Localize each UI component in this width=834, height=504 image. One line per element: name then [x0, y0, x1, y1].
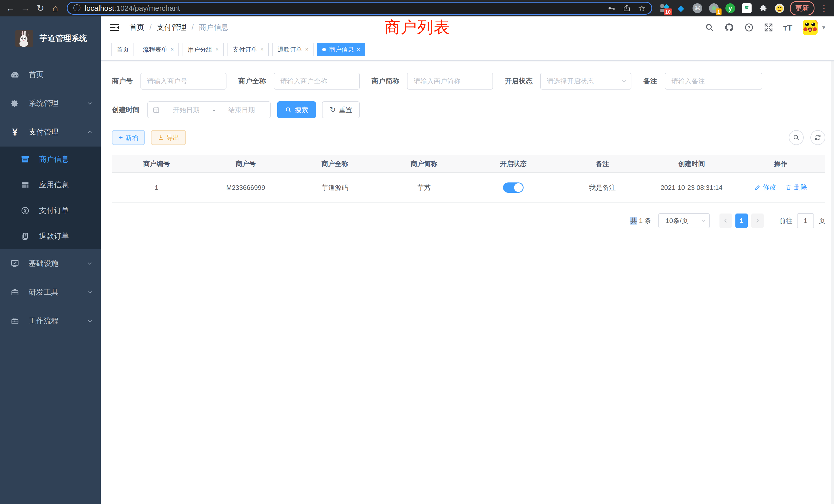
sidebar-item-refund-order[interactable]: 退款订单	[0, 224, 101, 249]
close-icon[interactable]: ×	[357, 46, 360, 53]
breadcrumb: 首页 / 支付管理 / 商户信息	[129, 22, 228, 32]
merchant-no-input[interactable]	[140, 73, 226, 90]
date-start-placeholder: 开始日期	[162, 106, 210, 114]
short-name-input[interactable]	[407, 73, 493, 90]
cell-merchant-no: M233666999	[201, 173, 290, 203]
browser-home-icon[interactable]: ⌂	[48, 1, 62, 15]
close-icon[interactable]: ×	[215, 46, 219, 53]
full-name-input[interactable]	[274, 73, 360, 90]
chevron-down-icon	[87, 100, 93, 107]
header-search-icon[interactable]	[705, 23, 714, 32]
sidebar-item-system[interactable]: 系统管理	[0, 89, 101, 118]
goto-page-input[interactable]	[797, 213, 814, 228]
breadcrumb-separator: /	[150, 23, 152, 32]
tab-refund-order[interactable]: 退款订单×	[272, 43, 314, 56]
download-icon	[158, 135, 164, 141]
refresh-table-button[interactable]	[810, 130, 825, 145]
status-toggle[interactable]	[503, 182, 524, 193]
tab-merchant-info[interactable]: 商户信息×	[317, 43, 365, 56]
close-icon[interactable]: ×	[305, 46, 309, 53]
site-info-icon[interactable]: ⓘ	[73, 3, 81, 13]
sidebar-item-infra[interactable]: 基础设施	[0, 249, 101, 278]
table-header-row: 商户编号 商户号 商户全称 商户简称 开启状态 备注 创建时间 操作	[112, 155, 825, 173]
close-icon[interactable]: ×	[171, 46, 174, 53]
bookmark-star-icon[interactable]: ☆	[638, 4, 646, 13]
col-full-name: 商户全称	[290, 155, 379, 173]
avatar-caret-icon[interactable]: ▾	[822, 24, 825, 31]
sidebar-item-merchant-info[interactable]: 商户信息	[0, 146, 101, 172]
merchant-no-label: 商户号	[112, 76, 133, 86]
remark-input[interactable]	[665, 73, 762, 90]
page-size-select[interactable]: 10条/页	[658, 213, 710, 228]
password-key-icon[interactable]	[607, 4, 615, 12]
extension-profile-dot-icon[interactable]: 1	[709, 3, 719, 13]
sidebar-item-app-info[interactable]: 应用信息	[0, 172, 101, 198]
create-time-range-picker[interactable]: 开始日期 - 结束日期	[147, 101, 271, 118]
cell-merchant-id: 1	[112, 173, 201, 203]
extension-y-icon[interactable]: y	[725, 3, 736, 13]
sidebar-item-label: 商户信息	[39, 154, 69, 164]
export-button[interactable]: 导出	[151, 130, 186, 145]
tab-process-form[interactable]: 流程表单×	[138, 43, 179, 56]
briefcase-icon	[9, 317, 21, 325]
cell-short-name: 芋艿	[379, 173, 468, 203]
share-icon[interactable]	[623, 4, 631, 12]
sidebar-toggle-icon[interactable]	[109, 23, 119, 31]
yen-icon: ¥	[9, 127, 21, 138]
extension-gem-icon[interactable]: ◆	[676, 3, 686, 13]
browser-toolbar: ← → ↻ ⌂ ⓘ localhost:1024/pay/merchant ☆ …	[0, 0, 834, 17]
col-remark: 备注	[558, 155, 647, 173]
tab-user-group[interactable]: 用户分组×	[182, 43, 224, 56]
sidebar-item-label: 系统管理	[29, 98, 59, 109]
help-icon[interactable]: ?	[744, 23, 754, 32]
browser-menu-icon[interactable]: ⋮	[817, 3, 830, 13]
pay-submenu: 商户信息 应用信息 支付订单 退款订单	[0, 146, 101, 249]
toggle-search-button[interactable]	[789, 130, 804, 145]
close-icon[interactable]: ×	[260, 46, 264, 53]
page-scrollbar[interactable]	[831, 17, 834, 504]
app-logo[interactable]: 芋道管理系统	[0, 17, 101, 60]
cell-full-name: 芋道源码	[290, 173, 379, 203]
sidebar-item-pay-order[interactable]: 支付订单	[0, 198, 101, 224]
status-label: 开启状态	[505, 76, 532, 86]
sidebar-item-label: 支付管理	[29, 127, 59, 137]
page-1-button[interactable]: 1	[736, 213, 748, 228]
extension-grid-diamond-icon[interactable]: 10	[659, 3, 670, 13]
tab-home[interactable]: 首页	[111, 43, 134, 56]
sidebar-item-dev-tools[interactable]: 研发工具	[0, 278, 101, 307]
browser-profile-avatar[interactable]	[774, 3, 785, 13]
prev-page-button[interactable]	[720, 213, 732, 228]
github-icon[interactable]	[724, 23, 734, 32]
url-text[interactable]: localhost:1024/pay/merchant	[85, 4, 603, 13]
user-avatar[interactable]	[803, 20, 817, 35]
tab-pay-order[interactable]: 支付订单×	[227, 43, 269, 56]
extension-chat-icon[interactable]	[742, 3, 752, 13]
breadcrumb-home[interactable]: 首页	[129, 22, 144, 32]
status-select[interactable]: 请选择开启状态	[540, 73, 631, 90]
search-button[interactable]: 搜索	[277, 101, 316, 118]
sidebar-item-pay[interactable]: ¥ 支付管理	[0, 118, 101, 146]
sidebar-item-workflow[interactable]: 工作流程	[0, 307, 101, 336]
col-status: 开启状态	[468, 155, 558, 173]
filter-row-1: 商户号 商户全称 商户简称 开启状态 请选择开启状态	[112, 73, 825, 90]
next-page-button[interactable]	[751, 213, 764, 228]
font-size-icon[interactable]: TT	[784, 23, 792, 32]
browser-update-button[interactable]: 更新	[790, 1, 814, 16]
reset-button[interactable]: ↻ 重置	[322, 101, 360, 118]
browser-refresh-icon[interactable]: ↻	[34, 1, 47, 15]
extensions-puzzle-icon[interactable]	[758, 3, 768, 13]
url-bar[interactable]: ⓘ localhost:1024/pay/merchant ☆	[67, 2, 652, 15]
extension-command-icon[interactable]: ⌘	[692, 3, 703, 13]
sidebar-item-home[interactable]: 首页	[0, 60, 101, 89]
table-grid-icon	[20, 181, 31, 189]
fullscreen-icon[interactable]	[764, 23, 773, 32]
add-button[interactable]: + 新增	[112, 130, 145, 145]
browser-forward-icon[interactable]: →	[19, 1, 32, 15]
delete-link[interactable]: 删除	[785, 183, 807, 192]
remark-label: 备注	[643, 76, 657, 86]
breadcrumb-pay[interactable]: 支付管理	[157, 22, 186, 32]
browser-back-icon[interactable]: ←	[4, 1, 18, 15]
sidebar-item-label: 首页	[29, 70, 44, 80]
edit-link[interactable]: 修改	[754, 183, 776, 192]
logo-avatar	[16, 30, 33, 47]
